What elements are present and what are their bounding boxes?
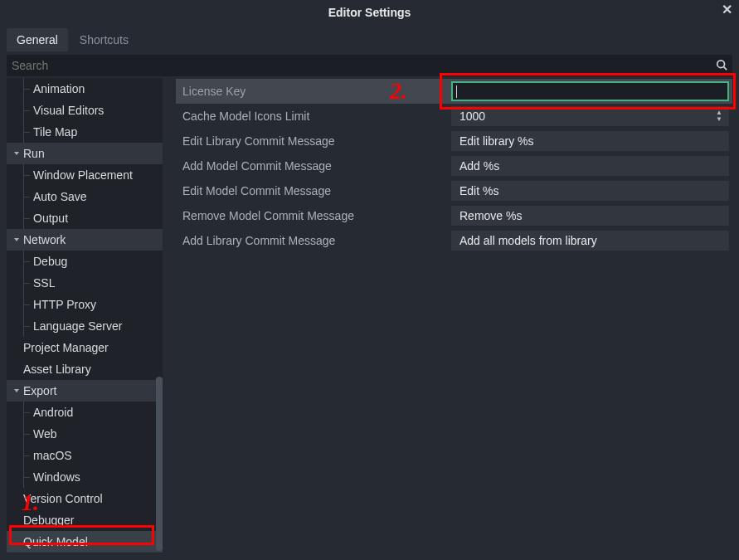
tree-scrollbar[interactable] xyxy=(156,78,163,553)
edit-model-input[interactable]: Edit %s xyxy=(451,181,729,201)
setting-label: Add Model Commit Message xyxy=(176,159,451,173)
tabbar: General Shortcuts xyxy=(0,25,739,51)
tree-item-debug[interactable]: Debug xyxy=(7,251,163,272)
tree-group-network[interactable]: Network xyxy=(7,229,163,251)
text-cursor xyxy=(456,85,457,98)
setting-label: License Key xyxy=(176,85,451,98)
tree-item-web[interactable]: Web xyxy=(7,423,163,445)
edit-library-input[interactable]: Edit library %s xyxy=(451,131,729,151)
setting-label: Edit Library Commit Message xyxy=(176,134,451,148)
tree-item-window-placement[interactable]: Window Placement xyxy=(7,164,163,186)
chevron-down-icon xyxy=(12,235,22,245)
close-icon[interactable]: ✕ xyxy=(722,3,732,17)
add-model-input[interactable]: Add %s xyxy=(451,156,729,176)
tree-item-quick-model[interactable]: Quick Model xyxy=(7,531,163,553)
setting-label: Remove Model Commit Message xyxy=(176,209,451,222)
tree-item-language-server[interactable]: Language Server xyxy=(7,315,163,337)
settings-tree[interactable]: Animation Visual Editors Tile Map Run Wi… xyxy=(7,78,163,553)
search-bar[interactable] xyxy=(7,55,732,76)
tree-item-output[interactable]: Output xyxy=(7,207,163,229)
chevron-down-icon xyxy=(12,386,22,396)
tree-item-http-proxy[interactable]: HTTP Proxy xyxy=(7,294,163,315)
remove-model-input[interactable]: Remove %s xyxy=(451,206,729,226)
titlebar: Editor Settings ✕ xyxy=(0,0,739,25)
spin-arrows-icon[interactable]: ▲▼ xyxy=(714,106,724,126)
tree-item-ssl[interactable]: SSL xyxy=(7,272,163,294)
tree-item-macos[interactable]: macOS xyxy=(7,445,163,466)
tree-item-auto-save[interactable]: Auto Save xyxy=(7,186,163,207)
license-key-input[interactable] xyxy=(451,81,729,101)
search-icon xyxy=(716,59,727,73)
window-title: Editor Settings xyxy=(328,6,411,19)
tab-shortcuts[interactable]: Shortcuts xyxy=(70,28,139,51)
tree-group-run[interactable]: Run xyxy=(7,143,163,164)
scrollbar-thumb[interactable] xyxy=(156,377,163,551)
setting-row-edit-model: Edit Model Commit Message Edit %s xyxy=(176,178,732,203)
setting-row-license-key: License Key xyxy=(176,79,732,104)
search-input[interactable] xyxy=(12,59,716,72)
chevron-down-icon xyxy=(12,149,22,158)
svg-line-1 xyxy=(724,66,727,70)
tree-item-project-manager[interactable]: Project Manager xyxy=(7,337,163,358)
tab-general[interactable]: General xyxy=(7,28,68,51)
setting-label: Edit Model Commit Message xyxy=(176,184,451,197)
tree-item-tile-map[interactable]: Tile Map xyxy=(7,121,163,143)
add-library-input[interactable]: Add all models from library xyxy=(451,231,729,251)
setting-row-remove-model: Remove Model Commit Message Remove %s xyxy=(176,203,732,228)
tree-item-debugger[interactable]: Debugger xyxy=(7,509,163,531)
setting-label: Add Library Commit Message xyxy=(176,234,451,247)
tree-group-export[interactable]: Export xyxy=(7,380,163,402)
setting-row-edit-library: Edit Library Commit Message Edit library… xyxy=(176,129,732,153)
setting-row-cache-limit: Cache Model Icons Limit 1000 ▲▼ xyxy=(176,104,732,129)
tree-item-windows[interactable]: Windows xyxy=(7,466,163,488)
cache-limit-spinbox[interactable]: 1000 ▲▼ xyxy=(451,106,729,126)
setting-row-add-model: Add Model Commit Message Add %s xyxy=(176,153,732,178)
tree-item-asset-library[interactable]: Asset Library xyxy=(7,358,163,380)
tree-item-version-control[interactable]: Version Control xyxy=(7,488,163,509)
setting-row-add-library: Add Library Commit Message Add all model… xyxy=(176,228,732,253)
setting-label: Cache Model Icons Limit xyxy=(176,110,451,123)
tree-item-visual-editors[interactable]: Visual Editors xyxy=(7,100,163,121)
settings-panel: License Key Cache Model Icons Limit 1000… xyxy=(163,78,732,553)
tree-item-animation[interactable]: Animation xyxy=(7,78,163,100)
svg-point-0 xyxy=(717,60,725,67)
tree-item-android[interactable]: Android xyxy=(7,402,163,423)
